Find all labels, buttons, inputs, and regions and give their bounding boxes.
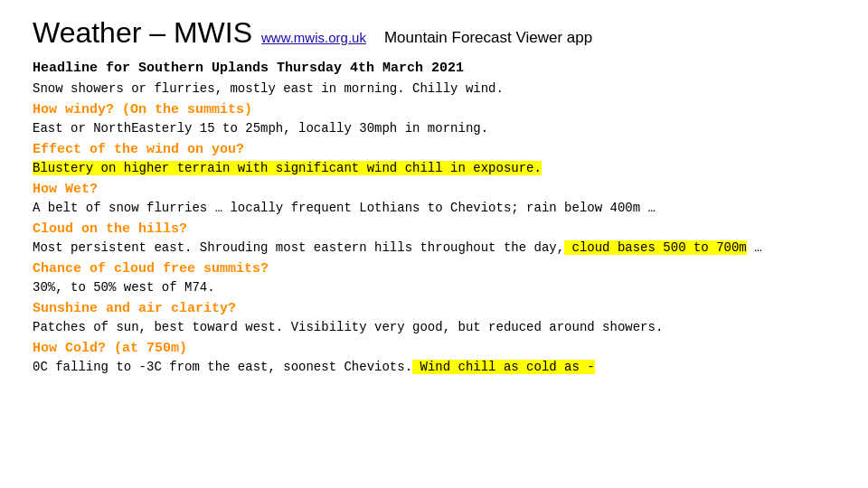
section-windy: How windy? (On the summits) East or Nort…	[33, 102, 835, 138]
body-cold-highlighted: Wind chill as cold as -	[412, 360, 595, 374]
body-cloud: Most persistent east. Shrouding most eas…	[33, 239, 835, 258]
section-wind-effect: Effect of the wind on you? Blustery on h…	[33, 142, 835, 178]
body-cloud-highlighted: cloud bases 500 to 700m	[564, 240, 747, 255]
heading-cloud-free: Chance of cloud free summits?	[33, 261, 835, 277]
heading-wet: How Wet?	[33, 182, 835, 197]
body-cloud-partial: Most persistent east. Shrouding most eas…	[33, 240, 564, 255]
body-sunshine: Patches of sun, best toward west. Visibi…	[33, 318, 835, 337]
section-cloud-free: Chance of cloud free summits? 30%, to 50…	[33, 261, 835, 297]
body-windy: East or NorthEasterly 15 to 25mph, local…	[33, 119, 835, 138]
heading-wind-effect: Effect of the wind on you?	[33, 142, 835, 157]
body-cold-partial: 0C falling to -3C from the east, soonest…	[33, 360, 412, 374]
body-cloud-end: …	[747, 240, 762, 255]
body-wet: A belt of snow flurries … locally freque…	[33, 199, 835, 218]
section-cloud: Cloud on the hills? Most persistent east…	[33, 221, 835, 258]
section-sunshine: Sunshine and air clarity? Patches of sun…	[33, 301, 835, 337]
heading-windy: How windy? (On the summits)	[33, 102, 835, 117]
heading-sunshine: Sunshine and air clarity?	[33, 301, 835, 316]
section-wet: How Wet? A belt of snow flurries … local…	[33, 182, 835, 218]
content-area: Headline for Southern Uplands Thursday 4…	[33, 61, 835, 377]
heading-cold: How Cold? (at 750m)	[33, 341, 835, 356]
headline: Headline for Southern Uplands Thursday 4…	[33, 61, 835, 76]
body-snow-showers: Snow showers or flurries, mostly east in…	[33, 80, 835, 99]
heading-cloud: Cloud on the hills?	[33, 221, 835, 237]
title-text: Weather – MWIS	[33, 16, 252, 50]
app-label: Mountain Forecast Viewer app	[384, 29, 592, 47]
highlighted-wind-effect: Blustery on higher terrain with signific…	[33, 161, 542, 175]
body-cloud-free: 30%, to 50% west of M74.	[33, 278, 835, 297]
page-title: Weather – MWIS www.mwis.org.uk Mountain …	[33, 16, 835, 50]
body-cold: 0C falling to -3C from the east, soonest…	[33, 358, 835, 377]
body-wind-effect: Blustery on higher terrain with signific…	[33, 159, 835, 178]
title-link[interactable]: www.mwis.org.uk	[261, 30, 366, 45]
section-cold: How Cold? (at 750m) 0C falling to -3C fr…	[33, 341, 835, 377]
